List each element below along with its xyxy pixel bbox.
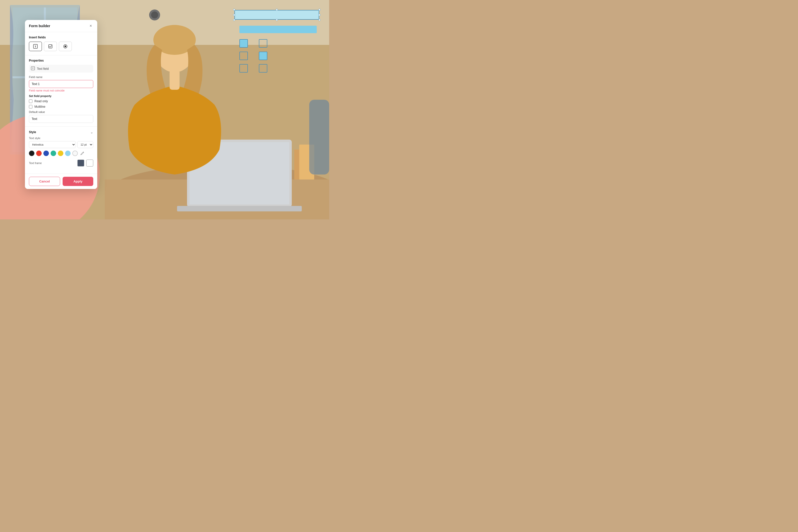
font-family-select[interactable]: Helvetica Arial Times New Roman Courier xyxy=(29,141,76,148)
handle-tr xyxy=(319,9,320,11)
separator-1 xyxy=(25,55,97,55)
panel-title: Form builder xyxy=(29,24,50,28)
svg-rect-13 xyxy=(177,206,302,211)
panel-body: Insert fields T xyxy=(25,32,97,173)
read-only-label: Read only xyxy=(34,99,48,103)
canvas-cb-3[interactable] xyxy=(240,52,248,60)
panel-header: Form builder × xyxy=(25,20,97,32)
svg-text:T: T xyxy=(35,45,36,48)
insert-fields-row: T xyxy=(29,42,93,51)
text-field-button[interactable]: T xyxy=(29,42,42,51)
canvas-text-field-selected[interactable] xyxy=(234,10,319,20)
property-type-row: T Text field xyxy=(29,65,93,73)
apply-button[interactable]: Apply xyxy=(62,177,93,186)
color-red[interactable] xyxy=(36,151,42,156)
handle-ml xyxy=(233,14,235,16)
property-type-label: Text field xyxy=(37,67,49,71)
color-picker-icon[interactable] xyxy=(79,151,85,156)
field-name-label: Field name xyxy=(29,76,93,78)
read-only-checkbox[interactable] xyxy=(29,99,33,103)
canvas-area xyxy=(234,10,319,73)
canvas-text-bar[interactable] xyxy=(240,26,317,33)
svg-point-7 xyxy=(151,12,158,18)
style-title: Style xyxy=(29,130,36,134)
svg-point-27 xyxy=(81,154,81,155)
color-yellow[interactable] xyxy=(58,151,63,156)
text-style-label: Text style xyxy=(29,137,93,139)
color-blue[interactable] xyxy=(43,151,49,156)
insert-fields-title: Insert fields xyxy=(29,36,93,39)
handle-tl xyxy=(233,9,235,11)
text-frame-label: Text frame xyxy=(29,162,42,165)
font-size-select[interactable]: 8 pt 10 pt 12 pt 14 pt 16 pt xyxy=(77,141,93,148)
default-value-input[interactable] xyxy=(29,115,93,123)
text-field-type-icon: T xyxy=(31,66,35,71)
form-builder-panel: Form builder × Insert fields T xyxy=(25,20,97,189)
color-row xyxy=(29,151,93,156)
font-row: Helvetica Arial Times New Roman Courier … xyxy=(29,141,93,148)
multiline-checkbox[interactable] xyxy=(29,105,33,109)
color-light-blue[interactable] xyxy=(65,151,71,156)
frame-options xyxy=(77,159,93,167)
canvas-cb-5[interactable] xyxy=(240,64,248,73)
style-section-header[interactable]: Style ⌄ xyxy=(29,130,93,134)
svg-rect-16 xyxy=(309,100,329,174)
style-chevron-icon: ⌄ xyxy=(90,130,93,134)
canvas-text-input-1[interactable] xyxy=(234,10,319,20)
set-property-label: Set field property xyxy=(29,94,93,97)
color-black[interactable] xyxy=(29,151,34,156)
text-frame-row: Text frame xyxy=(29,159,93,167)
color-white[interactable] xyxy=(72,151,78,156)
cancel-button[interactable]: Cancel xyxy=(29,177,60,186)
multiline-label: Multiline xyxy=(34,105,45,109)
svg-text:T: T xyxy=(32,67,34,70)
handle-tc xyxy=(276,9,278,11)
field-name-input[interactable] xyxy=(29,80,93,88)
svg-point-24 xyxy=(64,45,66,48)
radio-field-button[interactable] xyxy=(59,42,72,51)
read-only-row: Read only xyxy=(29,99,93,103)
canvas-cb-6[interactable] xyxy=(259,64,267,73)
canvas-cb-4[interactable] xyxy=(259,52,267,60)
multiline-row: Multiline xyxy=(29,105,93,109)
panel-footer: Cancel Apply xyxy=(25,173,97,189)
default-value-label: Default value xyxy=(29,111,93,113)
color-teal[interactable] xyxy=(51,151,56,156)
handle-bl xyxy=(233,19,235,21)
field-name-error: Field name must not coincide xyxy=(29,89,93,92)
canvas-cb-2[interactable] xyxy=(259,39,267,48)
properties-title: Properties xyxy=(29,59,93,62)
canvas-checkbox-grid xyxy=(240,39,274,73)
canvas-cb-1[interactable] xyxy=(240,39,248,48)
handle-br xyxy=(319,19,320,21)
svg-rect-19 xyxy=(170,70,179,90)
handle-mr xyxy=(319,14,320,16)
frame-outline-option[interactable] xyxy=(86,159,93,167)
handle-bc xyxy=(276,19,278,21)
checkbox-field-button[interactable] xyxy=(44,42,57,51)
close-button[interactable]: × xyxy=(88,23,93,28)
frame-filled-option[interactable] xyxy=(77,159,84,167)
